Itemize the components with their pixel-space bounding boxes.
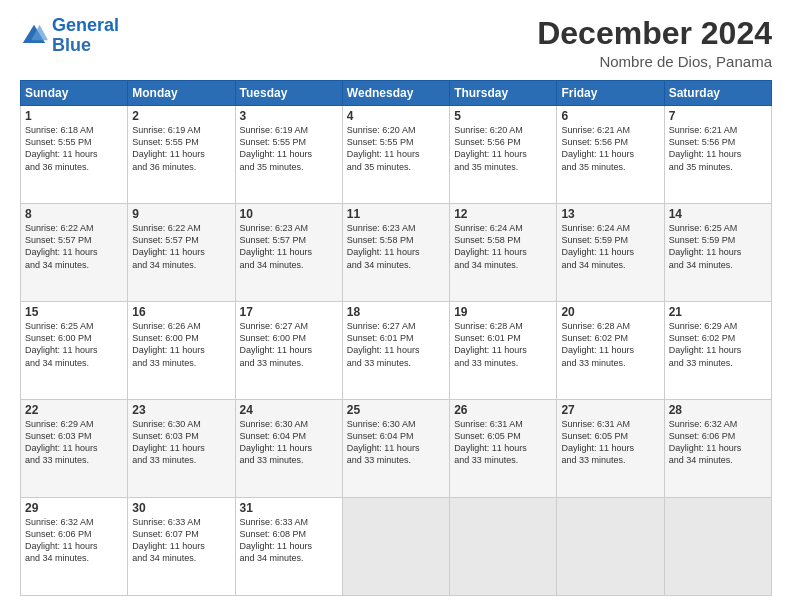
day-number: 24 — [240, 403, 338, 417]
main-title: December 2024 — [537, 16, 772, 51]
calendar-day-cell: 31Sunrise: 6:33 AM Sunset: 6:08 PM Dayli… — [235, 498, 342, 596]
calendar-day-header: Sunday — [21, 81, 128, 106]
day-number: 22 — [25, 403, 123, 417]
day-info: Sunrise: 6:20 AM Sunset: 5:55 PM Dayligh… — [347, 124, 445, 173]
day-info: Sunrise: 6:22 AM Sunset: 5:57 PM Dayligh… — [25, 222, 123, 271]
calendar-day-cell: 4Sunrise: 6:20 AM Sunset: 5:55 PM Daylig… — [342, 106, 449, 204]
calendar-day-cell: 28Sunrise: 6:32 AM Sunset: 6:06 PM Dayli… — [664, 400, 771, 498]
day-number: 2 — [132, 109, 230, 123]
calendar-day-cell: 21Sunrise: 6:29 AM Sunset: 6:02 PM Dayli… — [664, 302, 771, 400]
day-info: Sunrise: 6:24 AM Sunset: 5:58 PM Dayligh… — [454, 222, 552, 271]
day-number: 4 — [347, 109, 445, 123]
calendar-day-cell: 22Sunrise: 6:29 AM Sunset: 6:03 PM Dayli… — [21, 400, 128, 498]
calendar-day-header: Friday — [557, 81, 664, 106]
day-number: 16 — [132, 305, 230, 319]
day-info: Sunrise: 6:21 AM Sunset: 5:56 PM Dayligh… — [561, 124, 659, 173]
day-number: 12 — [454, 207, 552, 221]
calendar-day-cell: 14Sunrise: 6:25 AM Sunset: 5:59 PM Dayli… — [664, 204, 771, 302]
calendar-day-cell: 10Sunrise: 6:23 AM Sunset: 5:57 PM Dayli… — [235, 204, 342, 302]
calendar-day-cell: 12Sunrise: 6:24 AM Sunset: 5:58 PM Dayli… — [450, 204, 557, 302]
calendar-day-cell — [342, 498, 449, 596]
calendar-day-cell: 7Sunrise: 6:21 AM Sunset: 5:56 PM Daylig… — [664, 106, 771, 204]
calendar-day-cell — [557, 498, 664, 596]
day-info: Sunrise: 6:18 AM Sunset: 5:55 PM Dayligh… — [25, 124, 123, 173]
page: General Blue December 2024 Nombre de Dio… — [0, 0, 792, 612]
calendar-day-cell: 17Sunrise: 6:27 AM Sunset: 6:00 PM Dayli… — [235, 302, 342, 400]
day-number: 29 — [25, 501, 123, 515]
day-info: Sunrise: 6:19 AM Sunset: 5:55 PM Dayligh… — [132, 124, 230, 173]
calendar-day-cell: 24Sunrise: 6:30 AM Sunset: 6:04 PM Dayli… — [235, 400, 342, 498]
calendar-table: SundayMondayTuesdayWednesdayThursdayFrid… — [20, 80, 772, 596]
day-info: Sunrise: 6:22 AM Sunset: 5:57 PM Dayligh… — [132, 222, 230, 271]
calendar-day-cell: 19Sunrise: 6:28 AM Sunset: 6:01 PM Dayli… — [450, 302, 557, 400]
calendar-week-row: 22Sunrise: 6:29 AM Sunset: 6:03 PM Dayli… — [21, 400, 772, 498]
day-number: 3 — [240, 109, 338, 123]
day-info: Sunrise: 6:20 AM Sunset: 5:56 PM Dayligh… — [454, 124, 552, 173]
calendar-day-cell: 20Sunrise: 6:28 AM Sunset: 6:02 PM Dayli… — [557, 302, 664, 400]
calendar-day-cell: 13Sunrise: 6:24 AM Sunset: 5:59 PM Dayli… — [557, 204, 664, 302]
day-number: 26 — [454, 403, 552, 417]
day-number: 13 — [561, 207, 659, 221]
calendar-header-row: SundayMondayTuesdayWednesdayThursdayFrid… — [21, 81, 772, 106]
subtitle: Nombre de Dios, Panama — [537, 53, 772, 70]
day-number: 14 — [669, 207, 767, 221]
calendar-day-cell: 16Sunrise: 6:26 AM Sunset: 6:00 PM Dayli… — [128, 302, 235, 400]
day-info: Sunrise: 6:27 AM Sunset: 6:00 PM Dayligh… — [240, 320, 338, 369]
day-number: 15 — [25, 305, 123, 319]
day-info: Sunrise: 6:32 AM Sunset: 6:06 PM Dayligh… — [669, 418, 767, 467]
calendar-day-cell: 8Sunrise: 6:22 AM Sunset: 5:57 PM Daylig… — [21, 204, 128, 302]
calendar-day-cell: 15Sunrise: 6:25 AM Sunset: 6:00 PM Dayli… — [21, 302, 128, 400]
calendar-day-cell — [664, 498, 771, 596]
calendar-day-cell: 6Sunrise: 6:21 AM Sunset: 5:56 PM Daylig… — [557, 106, 664, 204]
day-number: 23 — [132, 403, 230, 417]
day-info: Sunrise: 6:27 AM Sunset: 6:01 PM Dayligh… — [347, 320, 445, 369]
day-info: Sunrise: 6:25 AM Sunset: 6:00 PM Dayligh… — [25, 320, 123, 369]
calendar-week-row: 8Sunrise: 6:22 AM Sunset: 5:57 PM Daylig… — [21, 204, 772, 302]
calendar-day-header: Tuesday — [235, 81, 342, 106]
day-number: 30 — [132, 501, 230, 515]
calendar-day-cell: 29Sunrise: 6:32 AM Sunset: 6:06 PM Dayli… — [21, 498, 128, 596]
day-number: 21 — [669, 305, 767, 319]
calendar-day-cell: 9Sunrise: 6:22 AM Sunset: 5:57 PM Daylig… — [128, 204, 235, 302]
day-info: Sunrise: 6:33 AM Sunset: 6:07 PM Dayligh… — [132, 516, 230, 565]
day-info: Sunrise: 6:28 AM Sunset: 6:01 PM Dayligh… — [454, 320, 552, 369]
day-number: 17 — [240, 305, 338, 319]
day-number: 8 — [25, 207, 123, 221]
day-info: Sunrise: 6:33 AM Sunset: 6:08 PM Dayligh… — [240, 516, 338, 565]
day-info: Sunrise: 6:29 AM Sunset: 6:03 PM Dayligh… — [25, 418, 123, 467]
calendar-day-cell: 1Sunrise: 6:18 AM Sunset: 5:55 PM Daylig… — [21, 106, 128, 204]
day-number: 5 — [454, 109, 552, 123]
title-block: December 2024 Nombre de Dios, Panama — [537, 16, 772, 70]
calendar-day-cell: 23Sunrise: 6:30 AM Sunset: 6:03 PM Dayli… — [128, 400, 235, 498]
calendar-day-cell: 11Sunrise: 6:23 AM Sunset: 5:58 PM Dayli… — [342, 204, 449, 302]
day-info: Sunrise: 6:23 AM Sunset: 5:58 PM Dayligh… — [347, 222, 445, 271]
day-number: 9 — [132, 207, 230, 221]
calendar-day-cell: 2Sunrise: 6:19 AM Sunset: 5:55 PM Daylig… — [128, 106, 235, 204]
day-number: 20 — [561, 305, 659, 319]
calendar-week-row: 29Sunrise: 6:32 AM Sunset: 6:06 PM Dayli… — [21, 498, 772, 596]
calendar-week-row: 1Sunrise: 6:18 AM Sunset: 5:55 PM Daylig… — [21, 106, 772, 204]
day-number: 11 — [347, 207, 445, 221]
calendar-day-cell: 27Sunrise: 6:31 AM Sunset: 6:05 PM Dayli… — [557, 400, 664, 498]
day-info: Sunrise: 6:29 AM Sunset: 6:02 PM Dayligh… — [669, 320, 767, 369]
logo-line1: General — [52, 15, 119, 35]
day-number: 18 — [347, 305, 445, 319]
day-info: Sunrise: 6:28 AM Sunset: 6:02 PM Dayligh… — [561, 320, 659, 369]
day-info: Sunrise: 6:21 AM Sunset: 5:56 PM Dayligh… — [669, 124, 767, 173]
calendar-day-header: Thursday — [450, 81, 557, 106]
day-info: Sunrise: 6:31 AM Sunset: 6:05 PM Dayligh… — [561, 418, 659, 467]
calendar-week-row: 15Sunrise: 6:25 AM Sunset: 6:00 PM Dayli… — [21, 302, 772, 400]
calendar-day-cell — [450, 498, 557, 596]
calendar-day-header: Saturday — [664, 81, 771, 106]
calendar-day-header: Monday — [128, 81, 235, 106]
calendar-day-cell: 25Sunrise: 6:30 AM Sunset: 6:04 PM Dayli… — [342, 400, 449, 498]
day-number: 1 — [25, 109, 123, 123]
day-info: Sunrise: 6:25 AM Sunset: 5:59 PM Dayligh… — [669, 222, 767, 271]
day-info: Sunrise: 6:26 AM Sunset: 6:00 PM Dayligh… — [132, 320, 230, 369]
day-info: Sunrise: 6:30 AM Sunset: 6:04 PM Dayligh… — [347, 418, 445, 467]
calendar-day-cell: 26Sunrise: 6:31 AM Sunset: 6:05 PM Dayli… — [450, 400, 557, 498]
calendar-day-cell: 18Sunrise: 6:27 AM Sunset: 6:01 PM Dayli… — [342, 302, 449, 400]
logo-text: General Blue — [52, 16, 119, 56]
calendar-day-cell: 30Sunrise: 6:33 AM Sunset: 6:07 PM Dayli… — [128, 498, 235, 596]
day-info: Sunrise: 6:30 AM Sunset: 6:03 PM Dayligh… — [132, 418, 230, 467]
